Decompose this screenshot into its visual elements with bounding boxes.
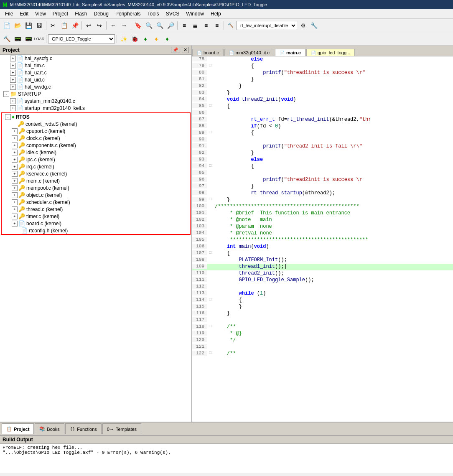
expand-timer[interactable]: + <box>12 214 18 219</box>
tree-item-rtconfig-h[interactable]: 📄 rtconfig.h (kernel) <box>2 227 190 234</box>
erase-btn[interactable]: ♦ <box>151 34 161 44</box>
tree-item-system-mm32[interactable]: + 📄 system_mm32g0140.c <box>0 97 191 104</box>
tree-item-hal-uart[interactable]: + 📄 hal_uart.c <box>0 69 191 76</box>
expand-118[interactable]: □ <box>207 324 213 328</box>
panel-pin-btn[interactable]: 📌 <box>171 47 180 53</box>
tab-main-c[interactable]: 📄 main.c <box>275 49 305 56</box>
tree-item-ipc[interactable]: + 🔑 ipc.c (kernel) <box>2 156 190 163</box>
expand-cpuport[interactable]: + <box>12 128 18 134</box>
menu-item-file[interactable]: File <box>2 10 16 18</box>
find3-btn[interactable]: 🔎 <box>165 20 176 31</box>
tab-mm32g0140-it[interactable]: 📄 mm32g0140_it.c <box>224 49 274 56</box>
extra-btn[interactable]: 🔧 <box>309 20 319 31</box>
forward-btn[interactable]: → <box>119 20 129 31</box>
menu-item-edit[interactable]: Edit <box>16 10 32 18</box>
tab-gpio-led[interactable]: 📄 gpio_led_togg... <box>306 49 355 56</box>
open-btn[interactable]: 📂 <box>13 20 23 31</box>
expand-kservice[interactable]: + <box>12 171 18 177</box>
expand-hal-tim[interactable]: + <box>10 63 16 69</box>
indent-btn[interactable]: ≡ <box>179 20 189 31</box>
expand-board-kernel[interactable]: + <box>12 221 18 227</box>
panel-close-btn[interactable]: ✕ <box>182 47 189 53</box>
menu-item-flash[interactable]: Flash <box>71 10 90 18</box>
save-all-btn[interactable]: 🖫 <box>34 20 44 31</box>
tree-item-clock[interactable]: + 🔑 clock.c (kernel) <box>2 135 190 142</box>
bottom-tab-project[interactable]: 📋 Project <box>2 423 34 434</box>
copy-btn[interactable]: 📋 <box>59 20 69 31</box>
expand-object[interactable]: + <box>12 192 18 198</box>
expand-hal-uid[interactable]: + <box>10 77 16 83</box>
tree-item-scheduler[interactable]: + 🔑 scheduler.c (kernel) <box>2 199 190 206</box>
tree-item-mem[interactable]: + 🔑 mem.c (kernel) <box>2 177 190 184</box>
menu-item-svcs[interactable]: SVCS <box>163 10 183 18</box>
expand-components[interactable]: + <box>12 143 18 148</box>
tree-item-cpuport[interactable]: + 🔑 cpuport.c (kernel) <box>2 127 190 135</box>
expand-122[interactable]: □ <box>207 351 213 355</box>
menu-item-window[interactable]: Window <box>183 10 207 18</box>
build-btn[interactable]: 🔨 <box>226 20 236 31</box>
tree-item-hal-wwdg[interactable]: + 📄 hal_wwdg.c <box>0 83 191 90</box>
find-btn[interactable]: 🔍 <box>144 20 154 31</box>
chip2-btn[interactable]: 📟 <box>23 34 33 44</box>
tree-item-components[interactable]: + 🔑 components.c (kernel) <box>2 142 190 149</box>
tree-item-object[interactable]: + 🔑 object.c (kernel) <box>2 191 190 199</box>
project-tree[interactable]: + 📄 hal_syscfg.c + 📄 hal_tim.c + 📄 hal_u… <box>0 55 191 422</box>
redo-btn[interactable]: ↪ <box>94 20 104 31</box>
menu-item-view[interactable]: View <box>32 10 49 18</box>
expand-mem[interactable]: + <box>12 178 18 184</box>
expand-ipc[interactable]: + <box>12 157 18 163</box>
tree-item-board-kernel[interactable]: + 📄 board.c (kernel) <box>2 220 190 227</box>
tree-item-hal-tim[interactable]: + 📄 hal_tim.c <box>0 62 191 69</box>
bottom-tab-functions[interactable]: {} Functions <box>65 423 102 434</box>
expand-89[interactable]: □ <box>207 130 213 135</box>
build-output[interactable]: FromELF: creating hex file... "...\Objec… <box>0 444 453 473</box>
project-target-select[interactable]: GPIO_LED_Toggle <box>48 34 115 43</box>
magic-btn[interactable]: ✨ <box>119 34 129 44</box>
expand-idle[interactable]: + <box>12 150 18 155</box>
outdent-btn[interactable]: ≣ <box>190 20 200 31</box>
tree-item-idle[interactable]: + 🔑 idle.c (kernel) <box>2 149 190 156</box>
tree-item-thread[interactable]: + 🔑 thread.c (kernel) <box>2 206 190 213</box>
tree-item-kservice[interactable]: + 🔑 kservice.c (kernel) <box>2 170 190 177</box>
expand-clock[interactable]: + <box>12 135 18 141</box>
expand-mempool[interactable]: + <box>12 185 18 191</box>
find2-btn[interactable]: 🔍 <box>155 20 165 31</box>
expand-thread[interactable]: + <box>12 206 18 212</box>
cut-btn[interactable]: ✂ <box>48 20 58 31</box>
tree-item-mempool[interactable]: + 🔑 mempool.c (kernel) <box>2 184 190 191</box>
flash-btn[interactable]: ♦ <box>140 34 150 44</box>
bottom-tab-templates[interactable]: 0→ Templates <box>102 423 141 434</box>
tree-item-rtos[interactable]: - ♦ RTOS <box>2 113 190 120</box>
undo-btn[interactable]: ↩ <box>84 20 94 31</box>
menu-item-project[interactable]: Project <box>49 10 71 18</box>
expand-99[interactable]: □ <box>207 197 213 201</box>
tree-item-hal-syscfg[interactable]: + 📄 hal_syscfg.c <box>0 55 191 62</box>
expand-scheduler[interactable]: + <box>12 199 18 205</box>
chip3-btn[interactable]: LOAD <box>34 34 44 44</box>
expand-85[interactable]: □ <box>207 103 213 108</box>
menu-item-debug[interactable]: Debug <box>91 10 112 18</box>
menu-item-help[interactable]: Help <box>207 10 224 18</box>
expand-system-mm32[interactable]: + <box>10 98 16 104</box>
save-btn[interactable]: 💾 <box>23 20 33 31</box>
option-btn[interactable]: ♦ <box>162 34 172 44</box>
expand-107[interactable]: □ <box>207 250 213 255</box>
menu-item-peripherals[interactable]: Peripherals <box>112 10 144 18</box>
build2-btn[interactable]: 🔨 <box>2 34 12 44</box>
tree-item-timer[interactable]: + 🔑 timer.c (kernel) <box>2 213 190 220</box>
code-area[interactable]: 78 else 79 □ { 80 printf("thread1init is… <box>192 56 453 422</box>
tree-item-irq[interactable]: + 🔑 irq.c (kernel) <box>2 163 190 170</box>
menu-item-tools[interactable]: Tools <box>144 10 163 18</box>
paste-btn[interactable]: 📌 <box>70 20 80 31</box>
expand-hal-syscfg[interactable]: + <box>10 56 16 61</box>
expand-94[interactable]: □ <box>207 163 213 168</box>
debug-btn[interactable]: 🐞 <box>130 34 140 44</box>
expand-114[interactable]: □ <box>207 297 213 302</box>
chip-btn[interactable]: 📟 <box>13 34 23 44</box>
bookmark-btn[interactable]: 🔖 <box>133 20 143 31</box>
format2-btn[interactable]: ≡ <box>212 20 222 31</box>
tree-item-hal-uid[interactable]: + 📄 hal_uid.c <box>0 76 191 83</box>
format-btn[interactable]: ≡ <box>201 20 211 31</box>
new-file-btn[interactable]: 📄 <box>2 20 12 31</box>
expand-irq[interactable]: + <box>12 164 18 170</box>
